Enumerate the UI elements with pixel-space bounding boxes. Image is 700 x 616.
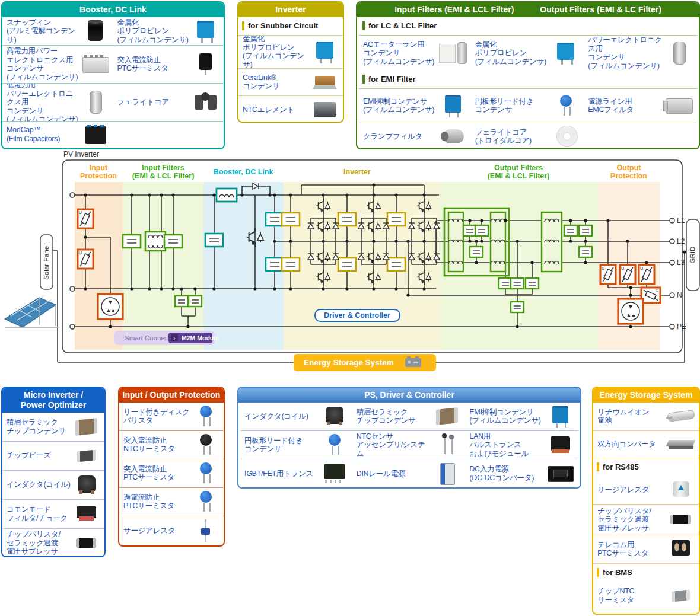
product-link[interactable]: 積層セラミック チップコンデンサ	[357, 408, 416, 425]
emi-suppression-capacitor-icon	[546, 404, 574, 429]
energy-storage-system-button[interactable]: Energy Storage System	[294, 354, 436, 371]
product-link[interactable]: DINレール電源	[357, 470, 405, 478]
ac-motor-run-capacitor-icon	[438, 40, 467, 65]
product-link[interactable]: チップビーズ	[7, 451, 51, 460]
product-link[interactable]: 円板形リード付き コンデンサ	[244, 436, 303, 454]
product-link[interactable]: フェライトコア (トロイダルコア)	[475, 128, 532, 145]
high-power-film-capacitor-icon	[81, 52, 109, 76]
product-link[interactable]: LAN用 パルストランス およびモジュール	[469, 432, 529, 458]
grid-label-box: GRID	[686, 219, 699, 291]
band-inverter	[284, 182, 439, 350]
dc-plus-terminal	[70, 193, 75, 197]
product-link[interactable]: 金属化 ポリプロピレン (フィルムコンデンサ)	[117, 18, 189, 44]
product-link[interactable]: NTCセンサ アッセンブリ/システム	[357, 432, 432, 458]
product-link[interactable]: 金属化 ポリプロピレン (フィルムコンデンサ)	[243, 35, 309, 68]
product-link[interactable]: 突入電流防止 PTCサーミスタ	[117, 56, 168, 73]
capacitor-symbol	[387, 258, 405, 271]
product-item: 突入電流防止 PTCサーミスタ	[113, 46, 224, 84]
product-link[interactable]: 高電力用パワー エレクトロニクス用 コンデンサ (フィルムコンデンサ)	[7, 47, 78, 81]
panel-ps-driver-controller: PS, Driver & Controller インダクタ(コイル) 円板形リー…	[237, 387, 581, 489]
subsection-for-emi-filter: for EMI Filter	[359, 71, 471, 88]
section-label: Input	[90, 164, 108, 172]
m2m-module-button[interactable]: › M2M Module	[168, 333, 219, 343]
l3-terminal	[670, 260, 674, 265]
driver-controller-label: Driver & Controller	[324, 311, 390, 320]
band-input-filters	[123, 182, 203, 350]
product-link[interactable]: 双方向コンバータ	[597, 440, 656, 449]
varistor-symbol	[600, 265, 616, 284]
product-link[interactable]: CeraLink® コンデンサ	[243, 74, 279, 91]
product-item: NTCセンサ アッセンブリ/システム	[352, 431, 466, 459]
chip-ntc-thermistor-icon	[666, 583, 695, 608]
inrush-ntc-thermistor-icon	[191, 432, 219, 457]
product-item: 電源ライン用 EMCフィルタ	[584, 88, 697, 123]
driver-controller-button[interactable]: Driver & Controller	[315, 309, 400, 321]
product-link[interactable]: チップNTC サーミスタ	[597, 587, 634, 604]
product-item: CeraLink® コンデンサ	[238, 68, 343, 95]
product-item: チップバリスタ/ セラミック過渡 電圧サプレッサ	[2, 529, 104, 557]
product-link[interactable]: パワーエレクトロニクス用 コンデンサ (フィルムコンデンサ)	[588, 36, 663, 70]
product-item: ModCap™ (Film Capacitors)	[2, 122, 113, 148]
product-item: インダクタ(コイル)	[2, 471, 104, 500]
panel-inverter-title: Inverter	[238, 2, 343, 17]
product-link[interactable]: インダクタ(コイル)	[244, 412, 308, 421]
product-link[interactable]: 低電力用 パワーエレクトロニクス用 コンデンサ (フィルムコンデンサ)	[7, 84, 79, 122]
panel-ps-title: PS, Driver & Controller	[238, 388, 580, 403]
mlcc-chip-capacitor-icon	[432, 404, 461, 429]
product-link[interactable]: チップバリスタ/ セラミック過渡 電圧サプレッサ	[597, 507, 651, 533]
inrush-ptc-thermistor-icon	[191, 461, 219, 486]
product-link[interactable]: EMI抑制コンデンサ (フィルムコンデンサ)	[469, 408, 540, 425]
pe-terminal-left	[70, 324, 75, 329]
product-link[interactable]: インダクタ(コイル)	[7, 480, 71, 489]
panel-input-output-protection: Input / Output Protection リード付きディスク バリスタ…	[118, 387, 225, 547]
product-link[interactable]: フェライトコア	[117, 98, 169, 107]
section-label: (EMI & LCL Filter)	[488, 172, 550, 180]
panel-input-filters-title: Input Filters (EMI & LCL Filter)	[394, 5, 514, 15]
product-link[interactable]: チップバリスタ/ セラミック過渡 電圧サプレッサ	[7, 530, 61, 556]
product-link[interactable]: DC入力電源 (DC-DCコンバータ)	[469, 465, 534, 482]
subsection-bar	[597, 568, 599, 577]
product-link[interactable]: テレコム用 PTCサーミスタ	[597, 541, 648, 558]
section-bands	[75, 182, 660, 350]
capacitor-symbol	[175, 296, 188, 307]
surge-arrester-block-icon	[666, 477, 695, 502]
leaded-disc-capacitor-icon	[320, 432, 348, 457]
panel-booster-dc-link: Booster, DC Link スナップイン (アルミ電解コンデンサ) 金属化…	[1, 1, 225, 149]
metallized-polypropylene-capacitor-icon	[310, 39, 339, 64]
product-link[interactable]: 過電流防止 PTCサーミスタ	[123, 493, 174, 510]
product-item: ACモーターラン用 コンデンサ (フィルムコンデンサ)	[359, 35, 471, 71]
product-link[interactable]: リード付きディスク バリスタ	[123, 408, 190, 425]
dc-minus-terminal	[70, 286, 75, 291]
overcurrent-ptc-thermistor-icon	[191, 489, 219, 514]
product-link[interactable]: 突入電流防止 NTCサーミスタ	[123, 436, 175, 454]
product-link[interactable]: サージアレスタ	[123, 526, 175, 535]
subsection-for-lc-lcl-filter: for LC & LCL Filter	[359, 17, 471, 35]
section-label: (EMI & LCL Filter)	[132, 172, 195, 180]
product-link[interactable]: ACモーターラン用 コンデンサ (フィルムコンデンサ)	[363, 40, 434, 66]
product-link[interactable]: 金属化 ポリプロピレン (フィルムコンデンサ)	[475, 40, 546, 66]
section-label: Input Filters	[142, 164, 184, 172]
m2m-module-label: M2M Module	[182, 334, 219, 341]
product-item: 過電流防止 PTCサーミスタ	[119, 488, 224, 516]
product-link[interactable]: NTCエレメント	[243, 106, 294, 114]
product-link[interactable]: サージアレスタ	[597, 486, 649, 494]
subsection-bar	[362, 75, 365, 84]
product-link[interactable]: リチウムイオン 電池	[597, 408, 649, 425]
inrush-ptc-thermistor-icon	[191, 52, 219, 76]
product-link[interactable]: クランプフィルタ	[363, 132, 422, 141]
product-item: 金属化 ポリプロピレン (フィルムコンデンサ)	[113, 17, 224, 46]
product-link[interactable]: IGBT/FET用トランス	[244, 470, 313, 478]
product-link[interactable]: 積層セラミック チップコンデンサ	[7, 418, 66, 435]
capacitor-symbol	[189, 296, 202, 307]
product-link[interactable]: ModCap™ (Film Capacitors)	[7, 126, 60, 143]
modcap-film-capacitor-icon	[81, 122, 109, 147]
product-link[interactable]: 突入電流防止 PTCサーミスタ	[123, 465, 174, 482]
product-link[interactable]: 円板形リード付き コンデンサ	[475, 97, 533, 114]
product-link[interactable]: EMI抑制コンデンサ (フィルムコンデンサ)	[363, 97, 434, 114]
product-link[interactable]: コモンモード フィルタ/チョーク	[7, 505, 68, 522]
surge-arrester-icon	[191, 518, 219, 543]
product-link[interactable]: 電源ライン用 EMCフィルタ	[588, 97, 634, 114]
product-link[interactable]: スナップイン (アルミ電解コンデンサ)	[7, 18, 79, 44]
ntc-sensor-assembly-icon	[432, 432, 461, 457]
section-label: Protection	[610, 172, 647, 180]
